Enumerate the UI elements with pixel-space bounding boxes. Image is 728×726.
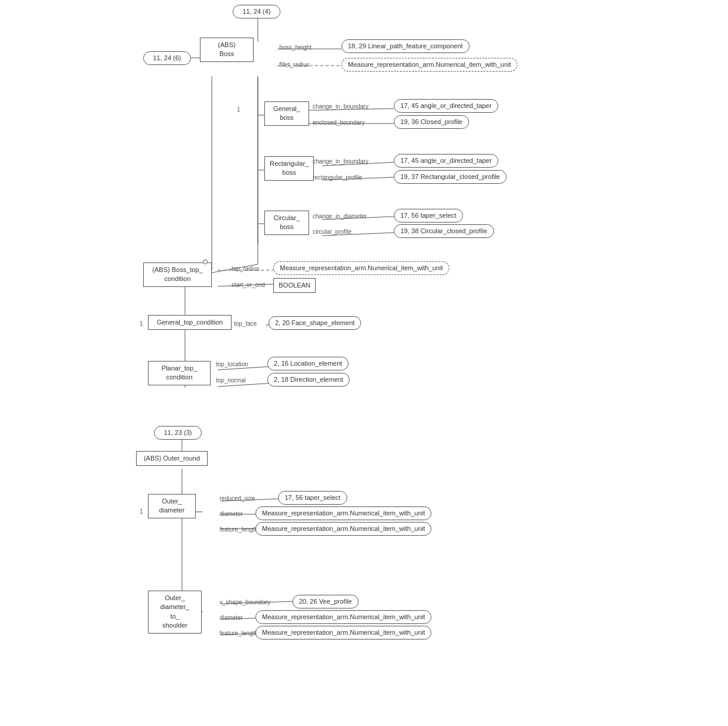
planar-top-condition: Planar_top_condition xyxy=(148,361,211,385)
abs-outer-round: (ABS) Outer_round xyxy=(136,451,208,466)
gt-top-face-label: top_face xyxy=(234,320,257,327)
r-rect-label: rectangular_profile xyxy=(313,174,362,181)
ods-diameter-node: Measure_representation_arm.Numerical_ite… xyxy=(255,610,431,624)
outer-diam-1-label: 1 xyxy=(140,508,143,515)
boss-height-label: boss_height xyxy=(279,44,311,51)
bt-start-label: start_or_end xyxy=(232,282,265,288)
circular-boss: Circular_boss xyxy=(264,211,309,235)
od-feature-label: feature_length xyxy=(220,526,258,533)
od-diameter-node: Measure_representation_arm.Numerical_ite… xyxy=(255,506,431,520)
outer-diameter-to-shoulder: Outer_diameter_to_shoulder xyxy=(148,591,202,634)
od-reduced-node: 17, 56 taper_select xyxy=(278,491,347,505)
pt-top-norm-node: 2, 18 Direction_element xyxy=(267,373,350,387)
boss-height-node: 18, 29 Linear_path_feature_component xyxy=(341,39,470,53)
ods-feature-node: Measure_representation_arm.Numerical_ite… xyxy=(255,626,431,640)
g-change-node: 17, 45 angle_or_directed_taper xyxy=(394,99,498,113)
od-diameter-label: diameter xyxy=(220,511,243,517)
hollow-circle-boss-top xyxy=(203,259,208,264)
bt-start-node: BOOLEAN xyxy=(273,278,316,293)
general-boss-1-label: 1 xyxy=(237,106,240,113)
r-change-label: change_in_boundary xyxy=(313,158,368,165)
pt-top-loc-label: top_location xyxy=(216,361,248,367)
fillet-radius-node: Measure_representation_arm.Numerical_ite… xyxy=(341,58,517,72)
general-boss: General_boss xyxy=(264,101,309,126)
general-top-condition: General_top_condition xyxy=(148,315,232,330)
ods-diameter-label: diameter xyxy=(220,614,243,621)
abs-boss-top-condition: (ABS) Boss_top_condition xyxy=(143,262,212,287)
g-enclosed-node: 19, 36 Closed_profile xyxy=(394,115,469,129)
fillet-radius-label: fillet_radius xyxy=(279,61,310,68)
node-11-24-4: 11, 24 (4) xyxy=(233,5,280,18)
r-rect-node: 19, 37 Rectangular_closed_profile xyxy=(394,170,507,184)
g-enclosed-label: enclosed_boundary xyxy=(313,119,365,126)
od-feature-node: Measure_representation_arm.Numerical_ite… xyxy=(255,522,431,536)
diagram: 11, 24 (4) 11, 24 (6) (ABS)Boss boss_hei… xyxy=(0,0,728,726)
gt-top-face-node: 2, 20 Face_shape_element xyxy=(269,316,361,330)
ods-vshape-node: 20, 26 Vee_profile xyxy=(292,595,359,608)
c-circ-label: circular_profile xyxy=(313,228,351,235)
c-circ-node: 19, 38 Circular_closed_profile xyxy=(394,224,494,238)
node-11-24-6: 11, 24 (6) xyxy=(143,51,191,65)
outer-diameter: Outer_diameter xyxy=(148,494,196,518)
od-reduced-label: reduced_size xyxy=(220,495,255,502)
abs-boss: (ABS)Boss xyxy=(200,38,254,62)
node-11-23-3: 11, 23 (3) xyxy=(154,426,202,440)
bt-top-radius-label: top_radius xyxy=(232,265,260,272)
bt-top-radius-node: Measure_representation_arm.Numerical_ite… xyxy=(273,261,449,275)
c-change-node: 17, 56 taper_select xyxy=(394,209,463,223)
c-change-label: change_in_diameter xyxy=(313,213,367,220)
g-change-label: change_in_boundary xyxy=(313,103,368,110)
general-top-1-label: 1 xyxy=(140,320,143,327)
ods-vshape-label: v_shape_boundary xyxy=(220,599,270,605)
rectangular-boss: Rectangular_boss xyxy=(264,156,314,181)
pt-top-norm-label: top_normal xyxy=(216,377,246,384)
ods-feature-label: feature_length xyxy=(220,630,258,637)
r-change-node: 17, 45 angle_or_directed_taper xyxy=(394,154,498,168)
pt-top-loc-node: 2, 16 Location_element xyxy=(267,357,348,370)
